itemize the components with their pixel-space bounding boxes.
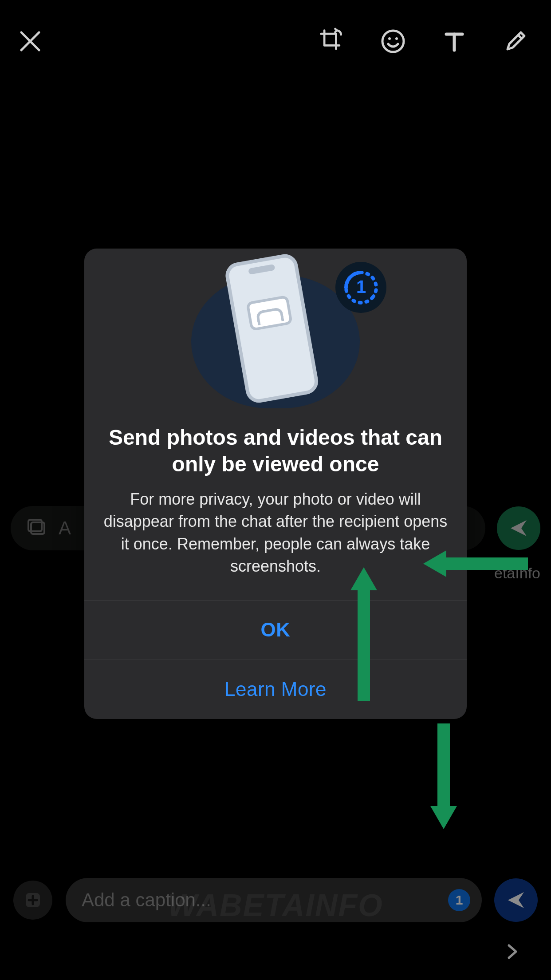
caption-input[interactable]: Add a caption... 1 xyxy=(66,878,482,922)
annotation-arrow-left xyxy=(417,537,532,590)
annotation-arrow-up xyxy=(337,564,390,706)
learn-more-button[interactable]: Learn More xyxy=(84,660,467,719)
illustration-blob: 1 xyxy=(191,275,360,408)
caption-placeholder: Add a caption... xyxy=(82,889,211,911)
modal-title: Send photos and videos that can only be … xyxy=(84,408,467,478)
modal-illustration: 1 xyxy=(84,249,467,408)
add-media-button[interactable] xyxy=(13,881,52,920)
chevron-right-icon xyxy=(506,943,520,962)
image-bubble-icon xyxy=(246,295,293,332)
svg-marker-16 xyxy=(430,806,457,829)
view-once-info-modal: 1 Send photos and videos that can only b… xyxy=(84,249,467,719)
phone-icon xyxy=(224,252,320,405)
annotation-arrow-down xyxy=(417,719,470,834)
view-once-number: 1 xyxy=(356,277,366,296)
ok-button[interactable]: OK xyxy=(84,601,467,660)
caption-bar: Add a caption... 1 xyxy=(13,878,538,922)
svg-marker-12 xyxy=(350,567,377,590)
modal-body-text: For more privacy, your photo or video wi… xyxy=(84,478,467,600)
view-once-toggle[interactable]: 1 xyxy=(448,889,470,911)
view-once-badge-icon: 1 xyxy=(335,262,386,313)
send-button[interactable] xyxy=(494,878,538,922)
svg-marker-14 xyxy=(423,550,446,577)
